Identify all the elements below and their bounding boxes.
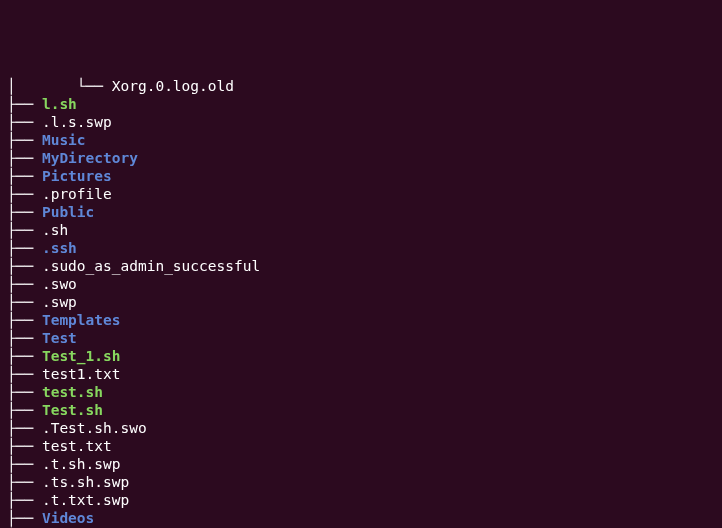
- tree-branch: ├──: [7, 96, 42, 112]
- tree-row: ├── .sudo_as_admin_successful: [7, 257, 717, 275]
- tree-branch: ├──: [7, 492, 42, 508]
- tree-entry-name: Test_1.sh: [42, 348, 121, 364]
- tree-row: ├── .t.sh.swp: [7, 455, 717, 473]
- tree-row: ├── .profile: [7, 185, 717, 203]
- tree-row: ├── test1.txt: [7, 365, 717, 383]
- tree-branch: ├──: [7, 402, 42, 418]
- tree-row: ├── test.txt: [7, 437, 717, 455]
- tree-branch: ├──: [7, 384, 42, 400]
- tree-entry-name: Xorg.0.log.old: [112, 78, 234, 94]
- tree-row: ├── Test: [7, 329, 717, 347]
- tree-entry-name: test.sh: [42, 384, 103, 400]
- tree-branch: ├──: [7, 222, 42, 238]
- tree-entry-name: Test.sh: [42, 402, 103, 418]
- tree-entry-name: MyDirectory: [42, 150, 138, 166]
- tree-row: ├── .swp: [7, 293, 717, 311]
- tree-entry-name: .ts.sh.swp: [42, 474, 129, 490]
- tree-branch: ├──: [7, 312, 42, 328]
- tree-entry-name: .t.sh.swp: [42, 456, 121, 472]
- tree-row: ├── .ts.sh.swp: [7, 473, 717, 491]
- tree-entry-name: .sudo_as_admin_successful: [42, 258, 260, 274]
- tree-row: ├── Test_1.sh: [7, 347, 717, 365]
- tree-branch: ├──: [7, 150, 42, 166]
- tree-row: │ └── Xorg.0.log.old: [7, 77, 717, 95]
- tree-row: ├── l.sh: [7, 95, 717, 113]
- tree-entry-name: .sh: [42, 222, 68, 238]
- tree-entry-name: Templates: [42, 312, 121, 328]
- tree-entry-name: Public: [42, 204, 94, 220]
- tree-branch: ├──: [7, 186, 42, 202]
- tree-entry-name: .profile: [42, 186, 112, 202]
- tree-branch: ├──: [7, 258, 42, 274]
- tree-branch: ├──: [7, 240, 42, 256]
- tree-row: ├── .sh: [7, 221, 717, 239]
- tree-branch: ├──: [7, 132, 42, 148]
- tree-entry-name: .swp: [42, 294, 77, 310]
- tree-branch: ├──: [7, 204, 42, 220]
- tree-branch: ├──: [7, 276, 42, 292]
- tree-entry-name: .ssh: [42, 240, 77, 256]
- tree-branch: ├──: [7, 330, 42, 346]
- tree-branch: ├──: [7, 294, 42, 310]
- tree-entry-name: test.txt: [42, 438, 112, 454]
- tree-entry-name: .Test.sh.swo: [42, 420, 147, 436]
- tree-row: ├── .ssh: [7, 239, 717, 257]
- tree-entry-name: .swo: [42, 276, 77, 292]
- tree-branch: ├──: [7, 456, 42, 472]
- tree-row: ├── .swo: [7, 275, 717, 293]
- tree-row: ├── .t.txt.swp: [7, 491, 717, 509]
- tree-branch: │ └──: [7, 78, 112, 94]
- tree-entry-name: l.sh: [42, 96, 77, 112]
- tree-branch: ├──: [7, 420, 42, 436]
- tree-branch: ├──: [7, 114, 42, 130]
- tree-row: ├── Templates: [7, 311, 717, 329]
- tree-entry-name: Test: [42, 330, 77, 346]
- tree-row: ├── Public: [7, 203, 717, 221]
- tree-row: ├── Test.sh: [7, 401, 717, 419]
- tree-branch: ├──: [7, 366, 42, 382]
- tree-entry-name: test1.txt: [42, 366, 121, 382]
- tree-entry-name: .l.s.swp: [42, 114, 112, 130]
- tree-row: ├── Videos: [7, 509, 717, 527]
- tree-branch: ├──: [7, 348, 42, 364]
- tree-entry-name: .t.txt.swp: [42, 492, 129, 508]
- tree-entry-name: Videos: [42, 510, 94, 526]
- tree-branch: ├──: [7, 474, 42, 490]
- tree-branch: ├──: [7, 168, 42, 184]
- tree-entry-name: Pictures: [42, 168, 112, 184]
- tree-entry-name: Music: [42, 132, 86, 148]
- terminal-output[interactable]: │ └── Xorg.0.log.old├── l.sh├── .l.s.swp…: [0, 72, 722, 528]
- tree-row: ├── Pictures: [7, 167, 717, 185]
- tree-row: ├── .l.s.swp: [7, 113, 717, 131]
- tree-branch: ├──: [7, 510, 42, 526]
- tree-row: ├── test.sh: [7, 383, 717, 401]
- tree-row: ├── MyDirectory: [7, 149, 717, 167]
- tree-branch: ├──: [7, 438, 42, 454]
- tree-row: ├── Music: [7, 131, 717, 149]
- tree-row: ├── .Test.sh.swo: [7, 419, 717, 437]
